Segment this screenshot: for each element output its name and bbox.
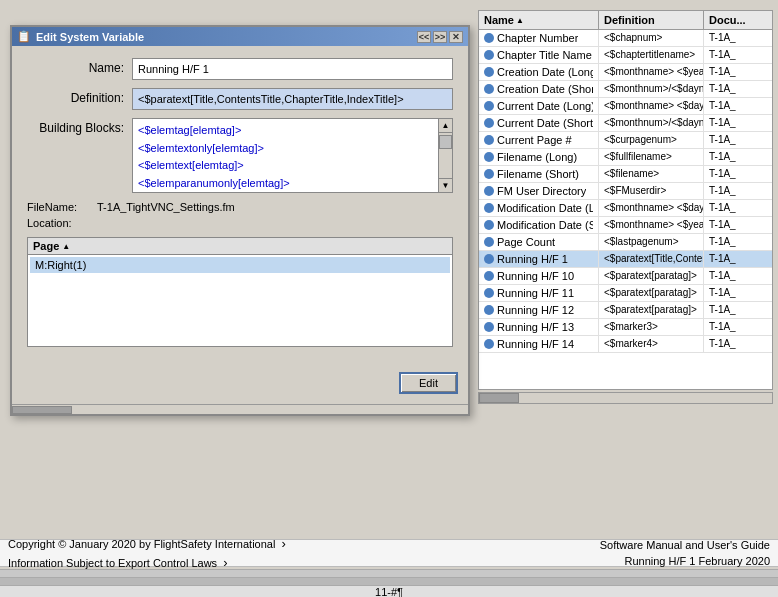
col-doc-header[interactable]: Docu... <box>704 11 772 29</box>
table-row[interactable]: Page Count <$lastpagenum> T-1A_ <box>479 234 772 251</box>
definition-input[interactable] <box>132 88 453 110</box>
page-col-header[interactable]: Page <box>33 240 70 252</box>
row-name-text-6: Current Page # <box>497 134 572 146</box>
page-table-body[interactable]: M:Right(1) <box>28 255 452 275</box>
filename-row: FileName: T-1A_TightVNC_Settings.fm <box>27 201 453 213</box>
bb-scrollbar[interactable]: ▲ ▼ <box>438 119 452 192</box>
gray-bar-1 <box>0 569 778 577</box>
row-icon-14 <box>484 271 494 281</box>
row-doc-9: T-1A_ <box>704 183 772 199</box>
table-row[interactable]: Current Date (Long) <$monthname> <$daynu… <box>479 98 772 115</box>
table-row[interactable]: Running H/F 13 <$marker3> T-1A_ <box>479 319 772 336</box>
dialog-title: Edit System Variable <box>36 31 144 43</box>
row-name-13: Running H/F 1 <box>479 251 599 267</box>
table-row[interactable]: Filename (Short) <$filename> T-1A_ <box>479 166 772 183</box>
table-row[interactable]: Running H/F 10 <$paratext[paratag]> T-1A… <box>479 268 772 285</box>
bb-item-4[interactable]: <$elemparanum[elemtag]> <box>138 192 447 193</box>
page-table-header: Page <box>28 238 452 255</box>
bb-item-2[interactable]: <$elemtext[elemtag]> <box>138 157 447 175</box>
row-doc-15: T-1A_ <box>704 285 772 301</box>
table-row[interactable]: Modification Date (L... <$monthname> <$d… <box>479 200 772 217</box>
table-row[interactable]: Creation Date (Short) <$monthnum>/<$dayn… <box>479 81 772 98</box>
row-name-text-17: Running H/F 13 <box>497 321 574 333</box>
doc-col-label: Docu... <box>709 14 746 26</box>
col-def-header[interactable]: Definition <box>599 11 704 29</box>
table-row[interactable]: Current Page # <$curpagenum> T-1A_ <box>479 132 772 149</box>
footer-right: Software Manual and User's Guide Running… <box>600 537 770 570</box>
row-doc-12: T-1A_ <box>704 234 772 250</box>
row-name-15: Running H/F 11 <box>479 285 599 301</box>
bb-scroll-down-btn[interactable]: ▼ <box>439 178 452 192</box>
table-row[interactable]: Running H/F 11 <$paratext[paratag]> T-1A… <box>479 285 772 302</box>
footer-export: Information Subject to Export Control La… <box>8 557 217 569</box>
row-name-10: Modification Date (L... <box>479 200 599 216</box>
footer-chevron2: › <box>223 555 227 570</box>
row-doc-16: T-1A_ <box>704 302 772 318</box>
row-name-5: Current Date (Short) <box>479 115 599 131</box>
name-input[interactable] <box>132 58 453 80</box>
bb-item-0[interactable]: <$elemtag[elemtag]> <box>138 122 447 140</box>
dialog-footer: Edit <box>12 367 468 399</box>
row-icon-0 <box>484 33 494 43</box>
row-icon-7 <box>484 152 494 162</box>
row-icon-2 <box>484 67 494 77</box>
row-def-3: <$monthnum>/<$daynu... <box>599 81 704 97</box>
table-body[interactable]: Chapter Number <$chapnum> T-1A_ Chapter … <box>479 30 772 384</box>
row-name-0: Chapter Number <box>479 30 599 46</box>
row-icon-4 <box>484 101 494 111</box>
bb-item-1[interactable]: <$elemtextonly[elemtag]> <box>138 140 447 158</box>
row-name-text-2: Creation Date (Long) <box>497 66 593 78</box>
table-row[interactable]: Chapter Title Name <$chaptertitlename> T… <box>479 47 772 64</box>
row-name-text-4: Current Date (Long) <box>497 100 593 112</box>
location-value <box>97 217 453 229</box>
page-table-row[interactable]: M:Right(1) <box>30 257 450 273</box>
name-row: Name: <box>27 58 453 80</box>
table-row[interactable]: Running H/F 12 <$paratext[paratag]> T-1A… <box>479 302 772 319</box>
row-name-text-3: Creation Date (Short) <box>497 83 593 95</box>
titlebar-expand-btn[interactable]: >> <box>433 31 447 43</box>
row-def-18: <$marker4> <box>599 336 704 352</box>
row-icon-18 <box>484 339 494 349</box>
col-name-header[interactable]: Name ▲ <box>479 11 599 29</box>
dialog-scroll-thumb[interactable] <box>12 406 72 414</box>
row-doc-1: T-1A_ <box>704 47 772 63</box>
row-def-8: <$filename> <box>599 166 704 182</box>
table-row[interactable]: Running H/F 1 <$paratext[Title,Contents.… <box>479 251 772 268</box>
definition-row: Definition: <box>27 88 453 110</box>
row-name-text-16: Running H/F 12 <box>497 304 574 316</box>
titlebar-close-btn[interactable]: ✕ <box>449 31 463 43</box>
row-name-2: Creation Date (Long) <box>479 64 599 80</box>
table-row[interactable]: Running H/F 14 <$marker4> T-1A_ <box>479 336 772 353</box>
filename-label: FileName: <box>27 201 97 213</box>
building-blocks-container: <$elemtag[elemtag]><$elemtextonly[elemta… <box>132 118 453 193</box>
table-row[interactable]: FM User Directory <$FMuserdir> T-1A_ <box>479 183 772 200</box>
row-def-17: <$marker3> <box>599 319 704 335</box>
row-icon-11 <box>484 220 494 230</box>
row-name-16: Running H/F 12 <box>479 302 599 318</box>
table-row[interactable]: Creation Date (Long) <$monthname> <$year… <box>479 64 772 81</box>
table-row[interactable]: Filename (Long) <$fullfilename> T-1A_ <box>479 149 772 166</box>
definition-label: Definition: <box>27 88 132 105</box>
bb-item-3[interactable]: <$elemparanumonly[elemtag]> <box>138 175 447 193</box>
building-blocks-list[interactable]: <$elemtag[elemtag]><$elemtextonly[elemta… <box>132 118 453 193</box>
row-icon-13 <box>484 254 494 264</box>
row-doc-18: T-1A_ <box>704 336 772 352</box>
row-icon-5 <box>484 118 494 128</box>
table-row[interactable]: Chapter Number <$chapnum> T-1A_ <box>479 30 772 47</box>
location-label: Location: <box>27 217 97 229</box>
name-col-label: Name <box>484 14 514 26</box>
row-name-8: Filename (Short) <box>479 166 599 182</box>
titlebar-collapse-btn[interactable]: << <box>417 31 431 43</box>
row-def-2: <$monthname> <$year> <box>599 64 704 80</box>
row-doc-6: T-1A_ <box>704 132 772 148</box>
table-row[interactable]: Current Date (Short) <$monthnum>/<$daynu… <box>479 115 772 132</box>
row-def-6: <$curpagenum> <box>599 132 704 148</box>
table-row[interactable]: Modification Date (S... <$monthname> <$y… <box>479 217 772 234</box>
right-panel-hscrollbar[interactable] <box>478 392 773 404</box>
row-name-text-0: Chapter Number <box>497 32 578 44</box>
row-name-11: Modification Date (S... <box>479 217 599 233</box>
bb-scroll-up-btn[interactable]: ▲ <box>439 119 452 133</box>
edit-button[interactable]: Edit <box>399 372 458 394</box>
dialog-scrollbar[interactable] <box>12 404 468 414</box>
hscroll-thumb[interactable] <box>479 393 519 403</box>
